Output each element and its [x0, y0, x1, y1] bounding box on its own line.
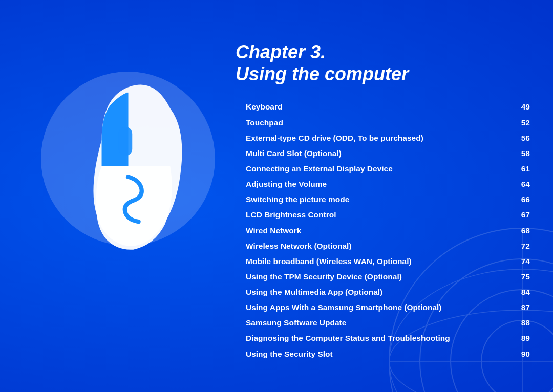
- toc-page: 84: [488, 285, 533, 300]
- toc-row[interactable]: Multi Card Slot (Optional)58: [236, 146, 533, 161]
- toc-row[interactable]: Diagnosing the Computer Status and Troub…: [236, 331, 533, 346]
- toc-row[interactable]: Using Apps With a Samsung Smartphone (Op…: [236, 300, 533, 315]
- toc-page: 49: [488, 99, 533, 115]
- toc-row[interactable]: Wired Network68: [236, 223, 533, 238]
- toc-label: Wireless Network (Optional): [236, 238, 488, 254]
- toc-row[interactable]: Samsung Software Update88: [236, 315, 533, 331]
- toc-page: 58: [488, 146, 533, 161]
- toc-page: 75: [488, 269, 533, 285]
- toc-row[interactable]: Keyboard49: [236, 99, 533, 115]
- toc-row[interactable]: Using the Security Slot90: [236, 346, 533, 362]
- svg-rect-9: [118, 127, 132, 156]
- toc-page: 64: [488, 177, 533, 192]
- toc-label: Connecting an External Display Device: [236, 161, 488, 177]
- toc-label: Using the Security Slot: [236, 346, 488, 362]
- toc-page: 67: [488, 207, 533, 223]
- toc-row[interactable]: Using the TPM Security Device (Optional)…: [236, 269, 533, 285]
- toc-label: Samsung Software Update: [236, 315, 488, 331]
- toc-label: Using the Multimedia App (Optional): [236, 285, 488, 300]
- toc-page: 88: [488, 315, 533, 331]
- toc-page: 74: [488, 254, 533, 269]
- toc-label: Touchpad: [236, 115, 488, 130]
- toc-page: 52: [488, 115, 533, 130]
- toc-row[interactable]: Mobile broadband (Wireless WAN, Optional…: [236, 254, 533, 269]
- toc-label: Wired Network: [236, 223, 488, 238]
- toc-label: Keyboard: [236, 99, 488, 115]
- toc-page: 56: [488, 130, 533, 146]
- toc-row[interactable]: Switching the picture mode66: [236, 192, 533, 207]
- toc-page: 66: [488, 192, 533, 207]
- toc-label: Diagnosing the Computer Status and Troub…: [236, 331, 488, 346]
- toc-page: 90: [488, 346, 533, 362]
- toc-label: Switching the picture mode: [236, 192, 488, 207]
- toc-page: 72: [488, 238, 533, 254]
- toc-row[interactable]: Adjusting the Volume64: [236, 177, 533, 192]
- chapter-title: Chapter 3. Using the computer: [236, 41, 533, 85]
- chapter-name: Using the computer: [236, 63, 533, 85]
- toc-row[interactable]: Touchpad52: [236, 115, 533, 130]
- toc-page: 61: [488, 161, 533, 177]
- toc-label: Mobile broadband (Wireless WAN, Optional…: [236, 254, 488, 269]
- toc-label: Multi Card Slot (Optional): [236, 146, 488, 161]
- toc-table: Keyboard49Touchpad52External-type CD dri…: [236, 99, 533, 361]
- toc-page: 89: [488, 331, 533, 346]
- toc-row[interactable]: LCD Brightness Control67: [236, 207, 533, 223]
- toc-label: Using Apps With a Samsung Smartphone (Op…: [236, 300, 488, 315]
- toc-row[interactable]: Connecting an External Display Device61: [236, 161, 533, 177]
- toc-row[interactable]: Using the Multimedia App (Optional)84: [236, 285, 533, 300]
- content-area: Chapter 3. Using the computer Keyboard49…: [236, 41, 533, 372]
- toc-label: Using the TPM Security Device (Optional): [236, 269, 488, 285]
- toc-row[interactable]: Wireless Network (Optional)72: [236, 238, 533, 254]
- toc-label: Adjusting the Volume: [236, 177, 488, 192]
- toc-row[interactable]: External-type CD drive (ODD, To be purch…: [236, 130, 533, 146]
- toc-page: 68: [488, 223, 533, 238]
- toc-label: LCD Brightness Control: [236, 207, 488, 223]
- toc-label: External-type CD drive (ODD, To be purch…: [236, 130, 488, 146]
- toc-page: 87: [488, 300, 533, 315]
- mouse-icon: [56, 77, 200, 256]
- mouse-illustration: [41, 61, 205, 276]
- chapter-number: Chapter 3.: [236, 41, 533, 63]
